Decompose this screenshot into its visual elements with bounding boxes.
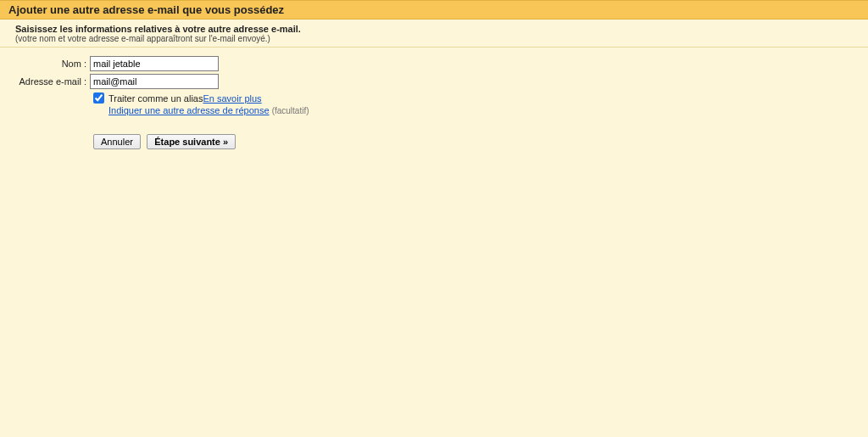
form-area: Nom : Adresse e-mail : Traiter comme un …: [0, 48, 868, 158]
instructions-main: Saisissez les informations relatives à v…: [15, 24, 853, 34]
next-step-button[interactable]: Étape suivante »: [147, 134, 236, 149]
alias-label: Traiter comme un alias: [108, 93, 203, 104]
alias-learn-more-link[interactable]: En savoir plus: [203, 93, 261, 104]
instructions-block: Saisissez les informations relatives à v…: [0, 20, 868, 48]
button-row: Annuler Étape suivante »: [93, 134, 853, 149]
alias-checkbox[interactable]: [93, 92, 104, 104]
dialog-title: Ajouter une autre adresse e-mail que vou…: [8, 3, 284, 16]
instructions-sub: (votre nom et votre adresse e-mail appar…: [15, 34, 853, 43]
email-input[interactable]: [90, 74, 219, 89]
name-label: Nom :: [15, 59, 90, 69]
reply-row: Indiquer une autre adresse de réponse (f…: [108, 105, 853, 115]
alias-row: Traiter comme un alias En savoir plus: [93, 92, 853, 104]
name-row: Nom :: [15, 56, 853, 71]
email-row: Adresse e-mail :: [15, 74, 853, 89]
dialog-header: Ajouter une autre adresse e-mail que vou…: [0, 0, 868, 20]
reply-optional-label: (facultatif): [272, 106, 309, 115]
content-area: Saisissez les informations relatives à v…: [0, 20, 868, 158]
name-input[interactable]: [90, 56, 219, 71]
reply-address-link[interactable]: Indiquer une autre adresse de réponse: [108, 105, 270, 115]
email-label: Adresse e-mail :: [15, 76, 90, 87]
cancel-button[interactable]: Annuler: [93, 134, 141, 149]
